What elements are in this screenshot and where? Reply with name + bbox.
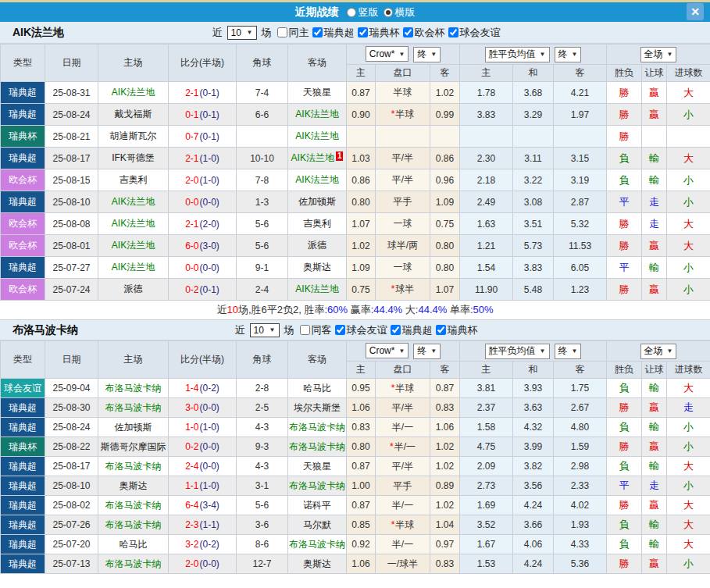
- filter-checkbox-瑞典超[interactable]: 瑞典超: [391, 323, 433, 337]
- away-team[interactable]: 布洛马波卡纳: [288, 437, 347, 457]
- odds-average-select[interactable]: 胜平负均值▼: [485, 47, 550, 62]
- handicap-line: 半球: [376, 82, 430, 104]
- odds-average-select[interactable]: 胜平负均值▼: [485, 344, 550, 359]
- checkbox-label: 同主: [289, 26, 309, 40]
- away-team[interactable]: AIK法兰地: [288, 126, 347, 148]
- europe-away-odds: 1.75: [554, 379, 607, 398]
- checkbox-input[interactable]: [335, 325, 345, 335]
- filter-checkbox-球会友谊[interactable]: 球会友谊: [448, 26, 501, 40]
- away-team[interactable]: 吉奥利: [288, 213, 347, 235]
- orientation-radio-横版[interactable]: 横版: [384, 5, 416, 20]
- handicap-line: 平手: [376, 476, 430, 496]
- sub-col-header: 进球数: [667, 65, 710, 82]
- home-team[interactable]: IFK哥德堡: [98, 148, 169, 169]
- away-team[interactable]: AIK法兰地1: [288, 148, 347, 169]
- bookmaker-select[interactable]: Crow*▼: [366, 343, 409, 358]
- home-team[interactable]: AIK法兰地: [98, 191, 169, 213]
- scope-select[interactable]: 全场▼: [640, 47, 677, 62]
- checkbox-input[interactable]: [277, 27, 287, 37]
- bookmaker-select[interactable]: Crow*▼: [366, 46, 409, 62]
- match-count-select[interactable]: 10▼: [227, 26, 257, 40]
- home-team[interactable]: 布洛马波卡纳: [98, 457, 169, 476]
- match-date: 25-08-10: [45, 191, 98, 213]
- orientation-radio-竖版[interactable]: 竖版: [347, 5, 379, 20]
- home-team[interactable]: 吉奥利: [98, 169, 169, 191]
- filter-checkbox-瑞典超[interactable]: 瑞典超: [312, 26, 355, 40]
- filter-checkbox-球会友谊[interactable]: 球会友谊: [335, 323, 387, 337]
- away-team[interactable]: 哈马比: [288, 379, 347, 398]
- europe-draw-odds: 3.22: [513, 169, 554, 191]
- away-team[interactable]: 布洛马波卡纳: [288, 418, 347, 437]
- europe-draw-odds: 3.83: [513, 257, 554, 279]
- handicap-result: 輸: [642, 169, 667, 191]
- filter-checkbox-瑞典杯[interactable]: 瑞典杯: [358, 26, 400, 40]
- away-team[interactable]: 派德: [288, 235, 347, 257]
- dialog-title: 近期战绩: [295, 5, 339, 20]
- away-team[interactable]: 诺科平: [288, 496, 347, 515]
- home-team[interactable]: 戴戈福斯: [98, 104, 169, 126]
- home-team[interactable]: AIK法兰地: [98, 82, 169, 104]
- away-team[interactable]: 马尔默: [288, 515, 347, 535]
- away-team[interactable]: 布洛马波卡纳: [288, 535, 347, 554]
- checkbox-input[interactable]: [358, 27, 368, 37]
- radio-icon[interactable]: [384, 8, 393, 17]
- full-time-score: 0-0: [185, 197, 198, 208]
- away-team[interactable]: 天狼星: [288, 457, 347, 476]
- europe-away-odds: 1.93: [554, 515, 607, 535]
- checkbox-input[interactable]: [403, 27, 413, 37]
- summary-segment: 近: [216, 304, 227, 315]
- half-time-score: (3-0): [200, 241, 219, 251]
- full-time-score: 2-0: [185, 175, 198, 186]
- bookmaker-time-select[interactable]: 终▼: [413, 344, 441, 359]
- home-team[interactable]: AIK法兰地: [98, 257, 169, 279]
- home-team[interactable]: 布洛马波卡纳: [98, 379, 169, 398]
- filter-checkbox-欧会杯[interactable]: 欧会杯: [403, 26, 445, 40]
- checkbox-input[interactable]: [391, 325, 401, 335]
- home-team[interactable]: 奥斯达: [98, 476, 169, 496]
- away-team[interactable]: AIK法兰地: [288, 104, 347, 126]
- filter-checkbox-瑞典杯[interactable]: 瑞典杯: [436, 323, 478, 337]
- filter-checkbox-同主[interactable]: 同主: [277, 26, 309, 40]
- checkbox-input[interactable]: [448, 27, 458, 37]
- outcome-result: 平: [607, 191, 642, 213]
- home-team[interactable]: 派德: [98, 279, 169, 301]
- handicap-line: 平/半: [376, 169, 430, 191]
- europe-home-odds: [460, 126, 513, 148]
- checkbox-label: 瑞典超: [324, 26, 355, 40]
- away-team[interactable]: AIK法兰地: [288, 279, 347, 301]
- home-team[interactable]: 佐加顿斯: [98, 418, 169, 437]
- checkbox-input[interactable]: [300, 325, 310, 335]
- away-team[interactable]: 布洛马波卡纳: [288, 476, 347, 496]
- checkbox-input[interactable]: [436, 325, 446, 335]
- home-team[interactable]: 布洛马波卡纳: [98, 398, 169, 418]
- away-team[interactable]: 奥斯达: [288, 257, 347, 279]
- corner-score: 5-6: [237, 235, 288, 257]
- home-team[interactable]: 布洛马波卡纳: [98, 496, 169, 515]
- europe-away-odds: 1.59: [554, 437, 607, 457]
- home-team[interactable]: AIK法兰地: [98, 213, 169, 235]
- europe-home-odds: 1.67: [460, 535, 513, 554]
- match-count-select[interactable]: 10▼: [250, 323, 280, 337]
- live-star-icon: *: [391, 109, 395, 119]
- checkbox-input[interactable]: [312, 27, 323, 37]
- home-team[interactable]: 哈马比: [98, 535, 169, 554]
- filter-checkbox-同客[interactable]: 同客: [300, 323, 332, 337]
- odds-time-select[interactable]: 终▼: [555, 344, 582, 359]
- away-team[interactable]: 天狼星: [288, 82, 347, 104]
- away-team[interactable]: 埃尔夫斯堡: [288, 398, 347, 418]
- away-team[interactable]: AIK法兰地: [288, 169, 347, 191]
- home-team[interactable]: 胡迪斯瓦尔: [98, 126, 169, 148]
- home-team[interactable]: 斯德哥尔摩国际: [98, 437, 169, 457]
- home-team[interactable]: 布洛马波卡纳: [98, 554, 169, 574]
- close-button[interactable]: ✕: [687, 3, 704, 20]
- away-team[interactable]: 佐加顿斯: [288, 191, 347, 213]
- goals-result: 大: [667, 213, 710, 235]
- scope-select[interactable]: 全场▼: [640, 344, 677, 359]
- radio-icon[interactable]: [347, 8, 356, 17]
- bookmaker-time-select[interactable]: 终▼: [413, 47, 441, 62]
- home-team[interactable]: AIK法兰地: [98, 235, 169, 257]
- home-team[interactable]: 布洛马波卡纳: [98, 515, 169, 535]
- odds-time-select[interactable]: 终▼: [555, 47, 582, 62]
- away-team[interactable]: 奥斯达: [288, 554, 347, 574]
- europe-draw-odds: 3.82: [513, 457, 554, 476]
